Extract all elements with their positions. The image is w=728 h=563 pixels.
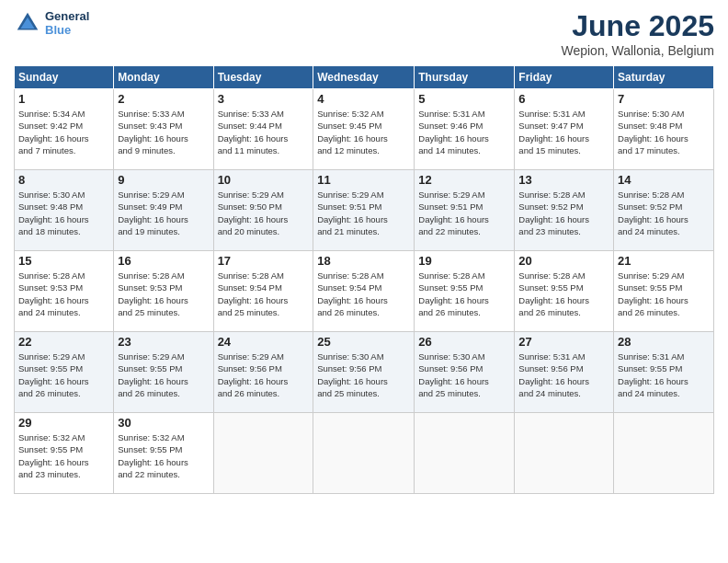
table-row: 29Sunrise: 5:32 AM Sunset: 9:55 PM Dayli… [15, 413, 114, 494]
table-row: 15Sunrise: 5:28 AM Sunset: 9:53 PM Dayli… [15, 251, 114, 332]
col-monday: Monday [114, 66, 213, 89]
page-header: General Blue June 2025 Wepion, Wallonia,… [14, 9, 714, 58]
col-wednesday: Wednesday [313, 66, 415, 89]
day-info: Sunrise: 5:28 AM Sunset: 9:52 PM Dayligh… [618, 189, 710, 237]
col-tuesday: Tuesday [213, 66, 313, 89]
day-info: Sunrise: 5:28 AM Sunset: 9:53 PM Dayligh… [118, 270, 209, 318]
table-row: 14Sunrise: 5:28 AM Sunset: 9:52 PM Dayli… [614, 170, 714, 251]
day-info: Sunrise: 5:28 AM Sunset: 9:52 PM Dayligh… [518, 189, 609, 237]
day-number: 22 [18, 335, 109, 349]
calendar-week-row: 29Sunrise: 5:32 AM Sunset: 9:55 PM Dayli… [15, 413, 714, 494]
col-thursday: Thursday [415, 66, 515, 89]
table-row [313, 413, 415, 494]
day-info: Sunrise: 5:34 AM Sunset: 9:42 PM Dayligh… [18, 108, 109, 156]
table-row: 30Sunrise: 5:32 AM Sunset: 9:55 PM Dayli… [114, 413, 213, 494]
calendar-week-row: 15Sunrise: 5:28 AM Sunset: 9:53 PM Dayli… [15, 251, 714, 332]
day-number: 9 [118, 173, 209, 187]
table-row: 9Sunrise: 5:29 AM Sunset: 9:49 PM Daylig… [114, 170, 213, 251]
day-number: 10 [218, 173, 310, 187]
day-number: 26 [418, 335, 510, 349]
table-row: 16Sunrise: 5:28 AM Sunset: 9:53 PM Dayli… [114, 251, 213, 332]
day-info: Sunrise: 5:29 AM Sunset: 9:55 PM Dayligh… [118, 350, 209, 399]
day-number: 14 [618, 173, 710, 187]
table-row: 6Sunrise: 5:31 AM Sunset: 9:47 PM Daylig… [515, 89, 614, 170]
day-number: 28 [618, 335, 710, 349]
table-row: 27Sunrise: 5:31 AM Sunset: 9:56 PM Dayli… [515, 332, 614, 413]
table-row: 8Sunrise: 5:30 AM Sunset: 9:48 PM Daylig… [15, 170, 114, 251]
day-info: Sunrise: 5:33 AM Sunset: 9:44 PM Dayligh… [218, 108, 310, 156]
calendar-header-row: Sunday Monday Tuesday Wednesday Thursday… [15, 66, 714, 89]
month-title: June 2025 [561, 9, 714, 43]
day-number: 8 [18, 173, 109, 187]
day-info: Sunrise: 5:30 AM Sunset: 9:48 PM Dayligh… [18, 189, 109, 237]
table-row: 18Sunrise: 5:28 AM Sunset: 9:54 PM Dayli… [313, 251, 415, 332]
calendar-week-row: 1Sunrise: 5:34 AM Sunset: 9:42 PM Daylig… [15, 89, 714, 170]
day-number: 7 [618, 92, 710, 106]
table-row: 24Sunrise: 5:29 AM Sunset: 9:56 PM Dayli… [213, 332, 313, 413]
day-info: Sunrise: 5:32 AM Sunset: 9:55 PM Dayligh… [18, 431, 109, 480]
day-info: Sunrise: 5:31 AM Sunset: 9:56 PM Dayligh… [518, 350, 609, 399]
col-saturday: Saturday [614, 66, 714, 89]
logo: General Blue [14, 9, 89, 37]
table-row: 11Sunrise: 5:29 AM Sunset: 9:51 PM Dayli… [313, 170, 415, 251]
day-info: Sunrise: 5:33 AM Sunset: 9:43 PM Dayligh… [118, 108, 209, 156]
location: Wepion, Wallonia, Belgium [561, 43, 714, 58]
day-number: 23 [118, 335, 209, 349]
day-number: 25 [317, 335, 410, 349]
logo-general: General [45, 9, 89, 23]
table-row: 10Sunrise: 5:29 AM Sunset: 9:50 PM Dayli… [213, 170, 313, 251]
day-number: 21 [618, 254, 710, 268]
day-number: 12 [418, 173, 510, 187]
day-info: Sunrise: 5:30 AM Sunset: 9:48 PM Dayligh… [618, 108, 710, 156]
table-row: 28Sunrise: 5:31 AM Sunset: 9:55 PM Dayli… [614, 332, 714, 413]
day-number: 11 [317, 173, 410, 187]
calendar-table: Sunday Monday Tuesday Wednesday Thursday… [14, 65, 714, 494]
day-info: Sunrise: 5:28 AM Sunset: 9:55 PM Dayligh… [418, 270, 510, 318]
day-info: Sunrise: 5:29 AM Sunset: 9:50 PM Dayligh… [218, 189, 310, 237]
day-info: Sunrise: 5:28 AM Sunset: 9:53 PM Dayligh… [18, 270, 109, 318]
day-info: Sunrise: 5:32 AM Sunset: 9:45 PM Dayligh… [317, 108, 410, 156]
day-info: Sunrise: 5:31 AM Sunset: 9:46 PM Dayligh… [418, 108, 510, 156]
day-number: 27 [518, 335, 609, 349]
table-row: 17Sunrise: 5:28 AM Sunset: 9:54 PM Dayli… [213, 251, 313, 332]
day-info: Sunrise: 5:31 AM Sunset: 9:55 PM Dayligh… [618, 350, 710, 399]
day-info: Sunrise: 5:29 AM Sunset: 9:51 PM Dayligh… [317, 189, 410, 237]
day-info: Sunrise: 5:28 AM Sunset: 9:54 PM Dayligh… [218, 270, 310, 318]
day-number: 29 [18, 416, 109, 430]
day-info: Sunrise: 5:29 AM Sunset: 9:56 PM Dayligh… [218, 350, 310, 399]
day-info: Sunrise: 5:29 AM Sunset: 9:49 PM Dayligh… [118, 189, 209, 237]
day-number: 4 [317, 92, 410, 106]
day-number: 19 [418, 254, 510, 268]
col-friday: Friday [515, 66, 614, 89]
calendar-week-row: 22Sunrise: 5:29 AM Sunset: 9:55 PM Dayli… [15, 332, 714, 413]
table-row: 2Sunrise: 5:33 AM Sunset: 9:43 PM Daylig… [114, 89, 213, 170]
table-row [614, 413, 714, 494]
day-number: 6 [518, 92, 609, 106]
table-row [415, 413, 515, 494]
day-number: 30 [118, 416, 209, 430]
day-info: Sunrise: 5:29 AM Sunset: 9:51 PM Dayligh… [418, 189, 510, 237]
logo-blue: Blue [45, 23, 89, 37]
title-block: June 2025 Wepion, Wallonia, Belgium [561, 9, 714, 58]
day-number: 1 [18, 92, 109, 106]
day-info: Sunrise: 5:32 AM Sunset: 9:55 PM Dayligh… [118, 431, 209, 480]
logo-icon [14, 9, 41, 37]
table-row: 1Sunrise: 5:34 AM Sunset: 9:42 PM Daylig… [15, 89, 114, 170]
day-info: Sunrise: 5:31 AM Sunset: 9:47 PM Dayligh… [518, 108, 609, 156]
table-row: 4Sunrise: 5:32 AM Sunset: 9:45 PM Daylig… [313, 89, 415, 170]
table-row: 13Sunrise: 5:28 AM Sunset: 9:52 PM Dayli… [515, 170, 614, 251]
table-row: 7Sunrise: 5:30 AM Sunset: 9:48 PM Daylig… [614, 89, 714, 170]
table-row [213, 413, 313, 494]
table-row: 23Sunrise: 5:29 AM Sunset: 9:55 PM Dayli… [114, 332, 213, 413]
day-info: Sunrise: 5:28 AM Sunset: 9:55 PM Dayligh… [518, 270, 609, 318]
day-number: 13 [518, 173, 609, 187]
day-number: 20 [518, 254, 609, 268]
day-number: 5 [418, 92, 510, 106]
day-number: 3 [218, 92, 310, 106]
day-number: 15 [18, 254, 109, 268]
table-row: 26Sunrise: 5:30 AM Sunset: 9:56 PM Dayli… [415, 332, 515, 413]
table-row: 20Sunrise: 5:28 AM Sunset: 9:55 PM Dayli… [515, 251, 614, 332]
day-number: 18 [317, 254, 410, 268]
calendar-week-row: 8Sunrise: 5:30 AM Sunset: 9:48 PM Daylig… [15, 170, 714, 251]
day-info: Sunrise: 5:29 AM Sunset: 9:55 PM Dayligh… [618, 270, 710, 318]
